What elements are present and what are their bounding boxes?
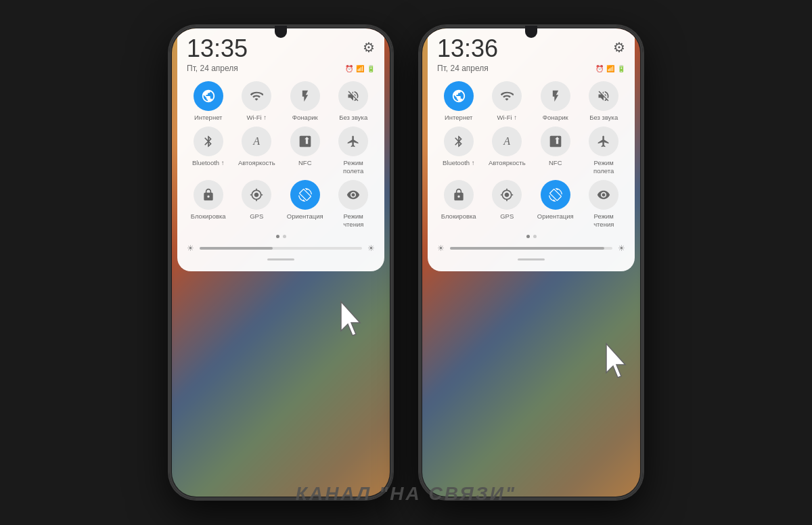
status-icons-1: ⏰ 📶 🔋 (345, 65, 375, 72)
panel-header-1: 13:35 ⚙ (187, 37, 375, 61)
toggle-circle-nfc-1 (290, 127, 320, 156)
toggle-gps-2[interactable]: GPS (486, 180, 529, 228)
toggle-silent-2[interactable]: Без звука (583, 81, 626, 121)
toggle-lock-2[interactable]: Блокировка (437, 180, 480, 228)
toggle-label-wifi-2: Wi-Fi ↑ (497, 114, 517, 121)
watermark: КАНАЛ "НА СВЯЗИ" (296, 483, 516, 505)
toggle-circle-nfc-2 (541, 127, 570, 156)
brightness-high-icon-1: ☀ (367, 244, 375, 253)
dots-row-1 (187, 235, 375, 238)
toggle-nfc-2[interactable]: NFC (534, 127, 577, 175)
toggle-circle-reading-2 (589, 180, 618, 210)
toggle-circle-airplane-1 (338, 127, 368, 156)
toggle-circle-flashlight-1 (290, 81, 320, 111)
time-2: 13:36 (437, 37, 498, 61)
toggle-label-gps-1: GPS (250, 212, 263, 220)
date-2: Пт, 24 апреля (437, 64, 489, 73)
brightness-high-icon-2: ☀ (618, 244, 625, 253)
date-row-1: Пт, 24 апреля ⏰ 📶 🔋 (187, 64, 375, 73)
toggle-nfc-1[interactable]: NFC (284, 127, 327, 175)
toggle-flashlight-1[interactable]: Фонарик (284, 81, 327, 121)
toggle-circle-orientation-1 (290, 180, 320, 210)
toggle-flashlight-2[interactable]: Фонарик (534, 81, 577, 121)
toggle-wifi-2[interactable]: Wi-Fi ↑ (486, 81, 529, 121)
toggle-label-autobrightness-2: Автояркость (489, 159, 526, 166)
brightness-fill-1 (200, 247, 273, 250)
panel-header-2: 13:36 ⚙ (437, 37, 625, 61)
dot-1-1 (276, 235, 279, 238)
phone-1: 13:35 ⚙ Пт, 24 апреля ⏰ 📶 🔋 (169, 26, 392, 499)
brightness-bar-1[interactable]: ☀ ☀ (187, 244, 375, 253)
toggle-silent-1[interactable]: Без звука (332, 81, 376, 121)
alarm-icon-1: ⏰ (345, 65, 353, 72)
phones-container: 13:35 ⚙ Пт, 24 апреля ⏰ 📶 🔋 (169, 26, 643, 499)
battery-icon-2: 🔋 (617, 65, 625, 72)
toggles-grid-1: Интернет Wi-Fi ↑ Фонарик (187, 81, 375, 228)
brightness-track-1[interactable] (200, 247, 362, 250)
gear-icon-1[interactable]: ⚙ (363, 39, 375, 55)
toggle-lock-1[interactable]: Блокировка (187, 180, 230, 228)
toggle-label-lock-2: Блокировка (441, 212, 476, 220)
drag-handle-1 (267, 258, 294, 260)
toggle-circle-bluetooth-2 (444, 127, 474, 156)
status-icons-2: ⏰ 📶 🔋 (595, 65, 625, 72)
toggle-orientation-1[interactable]: Ориентация (284, 180, 327, 228)
notification-panel-1: 13:35 ⚙ Пт, 24 апреля ⏰ 📶 🔋 (177, 28, 384, 271)
brightness-track-2[interactable] (450, 247, 612, 250)
time-1: 13:35 (187, 37, 248, 61)
dot-1-2 (283, 235, 286, 238)
toggle-label-flashlight-1: Фонарик (292, 114, 318, 121)
toggle-bluetooth-2[interactable]: Bluetooth ↑ (437, 127, 480, 175)
toggle-circle-silent-1 (338, 81, 368, 111)
toggle-label-airplane-1: Режим полета (334, 159, 372, 175)
toggle-circle-airplane-2 (589, 127, 618, 156)
toggle-bluetooth-1[interactable]: Bluetooth ↑ (187, 127, 230, 175)
dot-2-1 (526, 235, 530, 238)
toggle-circle-orientation-2 (541, 180, 570, 210)
toggle-circle-silent-2 (589, 81, 618, 111)
toggle-label-internet-2: Интернет (445, 114, 472, 121)
toggle-autobrightness-1[interactable]: A Автояркость (235, 127, 279, 175)
screen-1: 13:35 ⚙ Пт, 24 апреля ⏰ 📶 🔋 (172, 28, 390, 497)
toggle-circle-wifi-1 (242, 81, 271, 111)
toggle-circle-lock-2 (444, 180, 474, 210)
toggle-circle-internet-1 (194, 81, 223, 111)
toggle-label-nfc-2: NFC (549, 159, 562, 166)
toggle-autobrightness-2[interactable]: A Автояркость (486, 127, 529, 175)
toggle-label-bluetooth-2: Bluetooth ↑ (443, 159, 475, 166)
toggle-airplane-1[interactable]: Режим полета (332, 127, 376, 175)
toggle-internet-2[interactable]: Интернет (437, 81, 480, 121)
drag-handle-2 (518, 258, 545, 260)
toggle-reading-2[interactable]: Режим чтения (583, 180, 626, 228)
toggle-circle-wifi-2 (492, 81, 522, 111)
toggle-orientation-2[interactable]: Ориентация (534, 180, 577, 228)
notification-panel-2: 13:36 ⚙ Пт, 24 апреля ⏰ 📶 🔋 (428, 28, 635, 271)
battery-icon-1: 🔋 (367, 65, 375, 72)
toggle-circle-flashlight-2 (541, 81, 570, 111)
toggle-label-wifi-1: Wi-Fi ↑ (246, 114, 267, 121)
toggle-gps-1[interactable]: GPS (235, 180, 279, 228)
toggle-circle-bluetooth-1 (194, 127, 223, 156)
toggle-circle-reading-1 (338, 180, 368, 210)
toggle-label-silent-1: Без звука (339, 114, 367, 121)
toggle-label-gps-2: GPS (500, 212, 514, 220)
toggles-grid-2: Интернет Wi-Fi ↑ Фонарик (437, 81, 625, 228)
toggle-label-nfc-1: NFC (298, 159, 312, 166)
toggle-circle-autobrightness-1: A (242, 127, 271, 156)
toggle-circle-gps-2 (492, 180, 522, 210)
alarm-icon-2: ⏰ (595, 65, 604, 72)
brightness-low-icon-2: ☀ (437, 244, 445, 253)
brightness-bar-2[interactable]: ☀ ☀ (437, 244, 625, 253)
brightness-low-icon-1: ☀ (187, 244, 194, 253)
toggle-label-airplane-2: Режим полета (585, 159, 623, 175)
toggle-label-silent-2: Без звука (589, 114, 618, 121)
dot-2-2 (533, 235, 537, 238)
toggle-airplane-2[interactable]: Режим полета (583, 127, 626, 175)
toggle-wifi-1[interactable]: Wi-Fi ↑ (235, 81, 279, 121)
toggle-reading-1[interactable]: Режим чтения (332, 180, 376, 228)
toggle-internet-1[interactable]: Интернет (187, 81, 230, 121)
gear-icon-2[interactable]: ⚙ (613, 39, 625, 55)
toggle-label-internet-1: Интернет (194, 114, 222, 121)
toggle-label-reading-1: Режим чтения (334, 212, 372, 228)
date-row-2: Пт, 24 апреля ⏰ 📶 🔋 (437, 64, 625, 73)
